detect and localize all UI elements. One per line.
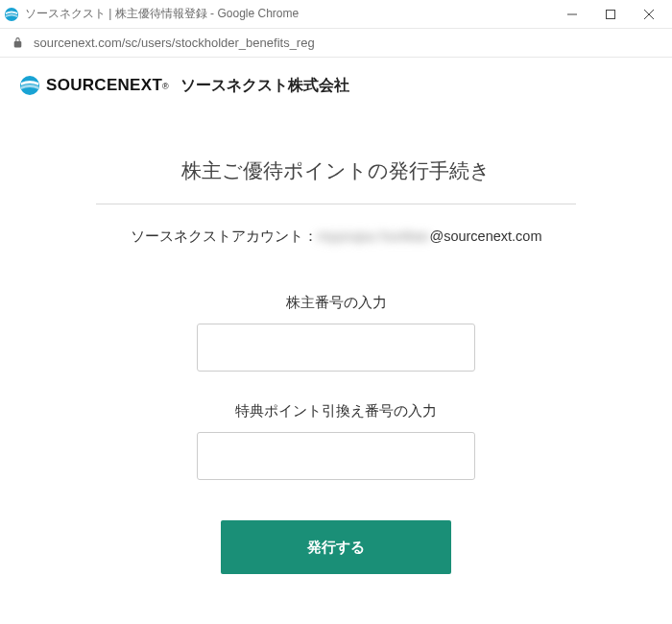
page-header: SOURCENEXT® ソースネクスト株式会社 <box>0 58 672 109</box>
page-title: 株主ご優待ポイントの発行手続き <box>96 157 576 204</box>
account-label: ソースネクストアカウント： <box>131 228 318 244</box>
url-text: sourcenext.com/sc/users/stockholder_bene… <box>34 36 315 50</box>
submit-button[interactable]: 発行する <box>221 520 451 574</box>
exchange-number-label: 特典ポイント引換え番号の入力 <box>96 402 576 420</box>
window-titlebar: ソースネクスト | 株主優待情報登録 - Google Chrome <box>0 0 672 29</box>
logo-icon <box>19 75 40 96</box>
window-controls <box>553 1 668 28</box>
minimize-button[interactable] <box>553 1 591 28</box>
logo-reg-mark: ® <box>162 82 169 91</box>
company-name: ソースネクスト株式会社 <box>180 76 349 96</box>
shareholder-number-group: 株主番号の入力 <box>96 294 576 372</box>
main-content: 株主ご優待ポイントの発行手続き ソースネクストアカウント：myyoujuu hu… <box>0 109 672 574</box>
favicon <box>4 7 19 22</box>
close-button[interactable] <box>630 1 668 28</box>
shareholder-number-input[interactable] <box>197 324 475 372</box>
account-info: ソースネクストアカウント：myyoujuu hunikan@sourcenext… <box>96 228 576 246</box>
account-blurred: myyoujuu hunikan <box>318 228 430 244</box>
exchange-number-group: 特典ポイント引換え番号の入力 <box>96 402 576 480</box>
maximize-button[interactable] <box>591 1 630 28</box>
account-domain: @sourcenext.com <box>429 228 541 244</box>
exchange-number-input[interactable] <box>197 432 475 480</box>
address-bar[interactable]: sourcenext.com/sc/users/stockholder_bene… <box>0 29 672 58</box>
logo-text: SOURCENEXT® <box>46 76 169 95</box>
lock-icon <box>12 36 24 49</box>
submit-wrap: 発行する <box>96 520 576 574</box>
shareholder-number-label: 株主番号の入力 <box>96 294 576 312</box>
window-title: ソースネクスト | 株主優待情報登録 - Google Chrome <box>25 6 553 22</box>
logo[interactable]: SOURCENEXT® <box>19 75 169 96</box>
svg-rect-2 <box>607 10 615 18</box>
logo-text-main: SOURCENEXT <box>46 76 162 94</box>
